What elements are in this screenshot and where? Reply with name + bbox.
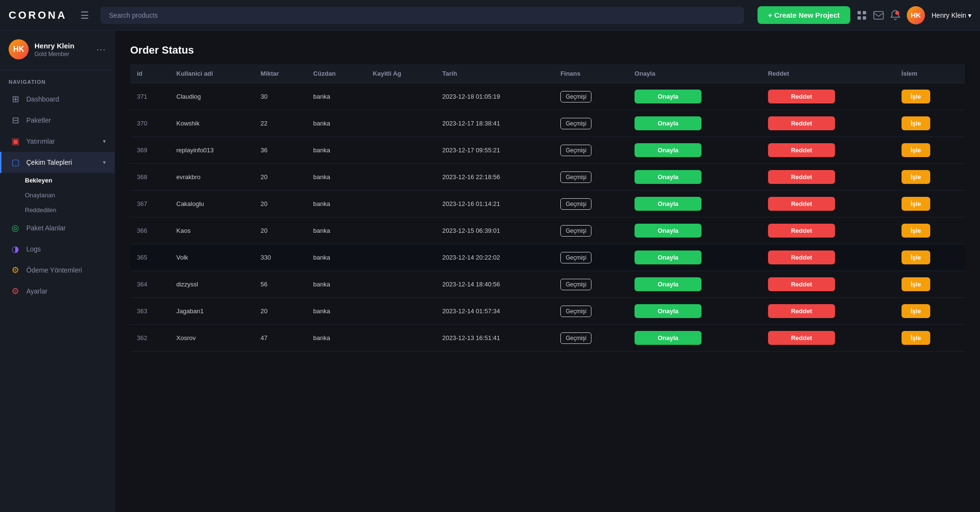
table-row: 365 Volk 330 banka 2023-12-14 20:22:02 G… bbox=[130, 244, 965, 271]
reddet-button[interactable]: Reddet bbox=[768, 90, 835, 103]
cell-onayla[interactable]: Onayla bbox=[628, 325, 761, 352]
cell-reddet[interactable]: Reddet bbox=[761, 271, 895, 298]
cell-onayla[interactable]: Onayla bbox=[628, 217, 761, 244]
cell-reddet[interactable]: Reddet bbox=[761, 298, 895, 325]
isle-button[interactable]: İşle bbox=[902, 90, 930, 103]
reddet-button[interactable]: Reddet bbox=[768, 170, 835, 184]
cell-miktar: 20 bbox=[254, 217, 307, 244]
onayla-button[interactable]: Onayla bbox=[635, 277, 702, 291]
onayla-button[interactable]: Onayla bbox=[635, 170, 702, 184]
isle-button[interactable]: İşle bbox=[902, 304, 930, 318]
reddet-button[interactable]: Reddet bbox=[768, 277, 835, 291]
col-id: id bbox=[130, 64, 170, 83]
cell-kullanici: Kaos bbox=[170, 217, 254, 244]
reddet-button[interactable]: Reddet bbox=[768, 116, 835, 130]
cell-reddet[interactable]: Reddet bbox=[761, 83, 895, 110]
sidebar-item-yatirimlar[interactable]: ▣ Yatırımlar ▾ bbox=[0, 131, 114, 152]
isle-button[interactable]: İşle bbox=[902, 116, 930, 130]
sidebar-item-cekim-talepleri[interactable]: ▢ Çekim Talepleri ▾ bbox=[0, 152, 114, 173]
cell-kayitli bbox=[366, 244, 435, 271]
cell-reddet[interactable]: Reddet bbox=[761, 244, 895, 271]
col-cuzdan: Cüzdan bbox=[307, 64, 366, 83]
cell-kayitli bbox=[366, 298, 435, 325]
cell-onayla[interactable]: Onayla bbox=[628, 83, 761, 110]
reddet-button[interactable]: Reddet bbox=[768, 143, 835, 157]
sidebar-subitem-reddedilen[interactable]: Reddedilen bbox=[25, 203, 114, 217]
cell-isle[interactable]: İşle bbox=[895, 217, 965, 244]
cell-isle[interactable]: İşle bbox=[895, 244, 965, 271]
reddet-button[interactable]: Reddet bbox=[768, 250, 835, 264]
cell-onayla[interactable]: Onayla bbox=[628, 110, 761, 137]
cell-reddet[interactable]: Reddet bbox=[761, 137, 895, 164]
sidebar-item-ayarlar[interactable]: ⚙ Ayarlar bbox=[0, 281, 114, 302]
onayla-button[interactable]: Onayla bbox=[635, 197, 702, 211]
isle-button[interactable]: İşle bbox=[902, 277, 930, 291]
isle-button[interactable]: İşle bbox=[902, 331, 930, 345]
sidebar-subitem-bekleyen[interactable]: Bekleyen bbox=[25, 173, 114, 188]
cell-kayitli bbox=[366, 164, 435, 191]
cell-isle[interactable]: İşle bbox=[895, 137, 965, 164]
table-row: 371 Claudiog 30 banka 2023-12-18 01:05:1… bbox=[130, 83, 965, 110]
onayla-button[interactable]: Onayla bbox=[635, 331, 702, 345]
cell-isle[interactable]: İşle bbox=[895, 325, 965, 352]
sidebar-item-dashboard[interactable]: ⊞ Dashboard bbox=[0, 89, 114, 110]
cell-onayla[interactable]: Onayla bbox=[628, 298, 761, 325]
sidebar-item-paket-alanlar[interactable]: ◎ Paket Alanlar bbox=[0, 217, 114, 239]
notification-button[interactable] bbox=[891, 10, 900, 21]
sidebar-subitem-onaylanan[interactable]: Onaylanan bbox=[25, 188, 114, 203]
create-project-button[interactable]: + Create New Project bbox=[757, 6, 850, 24]
table-header: id Kullanici adi Miktar Cüzdan Kayitli A… bbox=[130, 64, 965, 83]
cell-onayla[interactable]: Onayla bbox=[628, 244, 761, 271]
isle-button[interactable]: İşle bbox=[902, 250, 930, 264]
cell-kayitli bbox=[366, 271, 435, 298]
sidebar-item-odeme-yontemleri[interactable]: ⚙ Ödeme Yöntemleri bbox=[0, 260, 114, 281]
mail-icon-button[interactable] bbox=[873, 11, 884, 20]
cell-cuzdan: banka bbox=[307, 191, 366, 217]
onayla-button[interactable]: Onayla bbox=[635, 143, 702, 157]
onayla-button[interactable]: Onayla bbox=[635, 90, 702, 103]
isle-button[interactable]: İşle bbox=[902, 143, 930, 157]
sidebar-user-menu-button[interactable]: ⋯ bbox=[96, 44, 106, 55]
cell-reddet[interactable]: Reddet bbox=[761, 325, 895, 352]
nav-label: Navigation bbox=[0, 70, 114, 89]
main-content: Order Status id Kullanici adi Miktar Cüz… bbox=[115, 31, 980, 512]
cell-isle[interactable]: İşle bbox=[895, 164, 965, 191]
isle-button[interactable]: İşle bbox=[902, 224, 930, 238]
reddet-button[interactable]: Reddet bbox=[768, 304, 835, 318]
cell-onayla[interactable]: Onayla bbox=[628, 191, 761, 217]
cell-isle[interactable]: İşle bbox=[895, 298, 965, 325]
cell-miktar: 56 bbox=[254, 271, 307, 298]
cell-finans: Geçmişi bbox=[554, 325, 628, 352]
cell-reddet[interactable]: Reddet bbox=[761, 217, 895, 244]
user-name[interactable]: Henry Klein ▾ bbox=[932, 11, 971, 19]
cell-reddet[interactable]: Reddet bbox=[761, 164, 895, 191]
onayla-button[interactable]: Onayla bbox=[635, 304, 702, 318]
cell-id: 363 bbox=[130, 298, 170, 325]
cell-onayla[interactable]: Onayla bbox=[628, 164, 761, 191]
reddet-button[interactable]: Reddet bbox=[768, 197, 835, 211]
cell-isle[interactable]: İşle bbox=[895, 110, 965, 137]
onayla-button[interactable]: Onayla bbox=[635, 116, 702, 130]
reddet-button[interactable]: Reddet bbox=[768, 224, 835, 238]
cell-reddet[interactable]: Reddet bbox=[761, 191, 895, 217]
sidebar-item-paketler[interactable]: ⊟ Paketler bbox=[0, 110, 114, 131]
cell-isle[interactable]: İşle bbox=[895, 191, 965, 217]
cell-miktar: 22 bbox=[254, 110, 307, 137]
isle-button[interactable]: İşle bbox=[902, 170, 930, 184]
cell-isle[interactable]: İşle bbox=[895, 83, 965, 110]
isle-button[interactable]: İşle bbox=[902, 197, 930, 211]
cell-onayla[interactable]: Onayla bbox=[628, 137, 761, 164]
grid-icon bbox=[857, 11, 867, 20]
sidebar-item-logs[interactable]: ◑ Logs bbox=[0, 239, 114, 260]
cell-onayla[interactable]: Onayla bbox=[628, 271, 761, 298]
cell-isle[interactable]: İşle bbox=[895, 271, 965, 298]
reddet-button[interactable]: Reddet bbox=[768, 331, 835, 345]
onayla-button[interactable]: Onayla bbox=[635, 250, 702, 264]
onayla-button[interactable]: Onayla bbox=[635, 224, 702, 238]
hamburger-button[interactable]: ☰ bbox=[80, 10, 89, 21]
search-input[interactable] bbox=[100, 7, 744, 24]
grid-icon-button[interactable] bbox=[857, 11, 867, 20]
mail-icon bbox=[873, 11, 884, 20]
sidebar-item-label: Paket Alanlar bbox=[26, 224, 106, 232]
cell-reddet[interactable]: Reddet bbox=[761, 110, 895, 137]
